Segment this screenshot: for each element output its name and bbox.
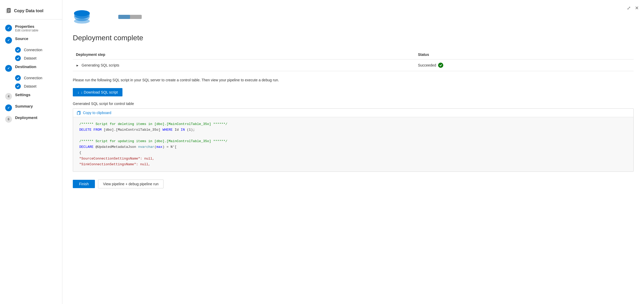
download-sql-button[interactable]: ↓ ↓ Download SQL script [73,88,122,96]
app-title: Copy Data tool [14,9,43,13]
connector-icon [117,12,143,22]
sidebar-item-properties[interactable]: ✓ Properties Edit control table [0,22,62,34]
page-title: Deployment complete [73,34,634,42]
status-cell: Succeeded [415,60,634,71]
sidebar-source-dataset[interactable]: Dataset [0,54,62,62]
status-text: Succeeded [418,63,436,67]
settings-step-circle: 4 [5,93,12,100]
svg-point-6 [74,19,90,24]
expand-row-icon[interactable]: ► [76,64,79,67]
code-line-4: /****** Script for updating items in [db… [79,138,627,144]
dest-dataset-circle [15,83,21,89]
code-line-2: DELETE FROM [dbo].[MainControlTable_35o]… [79,127,627,133]
col-deployment-step: Deployment step [73,50,415,60]
footer-buttons: Finish View pipeline + debug pipeline ru… [73,180,634,188]
top-icons-row [73,8,634,26]
code-line-7: "SourceConnectionSettingsName": null, [79,156,627,162]
succeeded-icon [438,63,443,68]
sidebar-destination-connection[interactable]: Connection [0,74,62,82]
svg-rect-10 [77,112,80,115]
col-status: Status [415,50,634,60]
sidebar-item-deployment[interactable]: 6 Deployment [0,113,62,125]
copy-data-icon [5,8,11,14]
settings-label: Settings [15,92,30,97]
svg-rect-8 [118,15,130,19]
deployment-table: Deployment step Status ► Generating SQL … [73,50,634,71]
finish-button[interactable]: Finish [73,180,95,188]
source-db-icon [73,8,91,26]
dest-connection-label: Connection [24,76,42,80]
main-content: ⤢ ✕ Deployment complete Deployment step … [62,0,644,304]
clipboard-icon [77,111,81,115]
sidebar-item-summary[interactable]: ✓ Summary [0,102,62,113]
download-btn-label: ↓ Download SQL script [81,90,118,94]
sidebar: Copy Data tool ✓ Properties Edit control… [0,0,62,304]
destination-label: Destination [15,64,36,69]
properties-step-circle: ✓ [5,25,12,31]
source-connection-label: Connection [24,48,42,52]
debug-pipeline-button[interactable]: View pipeline + debug pipeline run [98,180,163,188]
sidebar-item-source[interactable]: ✓ Source [0,34,62,46]
table-row: ► Generating SQL scripts Succeeded [73,60,634,71]
deployment-label: Deployment [15,115,37,120]
sidebar-destination-dataset[interactable]: Dataset [0,82,62,90]
dest-dataset-label: Dataset [24,84,36,88]
download-icon: ↓ [77,90,79,94]
deployment-step-cell: ► Generating SQL scripts [73,60,415,71]
destination-step-circle: ✓ [5,65,12,72]
sidebar-source-connection[interactable]: Connection [0,46,62,54]
app-title-bar: Copy Data tool [0,5,62,19]
copy-label: Copy to clipboard [83,111,111,115]
copy-to-clipboard-btn[interactable]: Copy to clipboard [73,109,633,117]
info-text: Please run the following SQL script in y… [73,77,634,83]
svg-rect-1 [7,8,11,13]
sql-code-content: /****** Script for deleting items in [db… [73,117,633,171]
code-line-5: DECLARE @UpdatedMetadataJson nvarchar(ma… [79,144,627,150]
status-succeeded: Succeeded [418,63,630,68]
source-connection-circle [15,47,21,53]
close-button[interactable]: ✕ [635,5,639,11]
code-line-1: /****** Script for deleting items in [db… [79,121,627,127]
summary-step-circle: ✓ [5,104,12,111]
source-step-circle: ✓ [5,37,12,44]
code-line-3 [79,133,627,138]
sql-code-box: Copy to clipboard /****** Script for del… [73,108,634,172]
window-controls: ⤢ ✕ [627,5,639,11]
dest-connection-circle [15,75,21,81]
sidebar-item-destination[interactable]: ✓ Destination [0,62,62,74]
sidebar-item-settings[interactable]: 4 Settings [0,90,62,102]
properties-sublabel: Edit control table [15,29,38,32]
source-dataset-circle [15,55,21,61]
deployment-step-circle: 6 [5,116,12,123]
summary-label: Summary [15,104,33,108]
properties-label: Properties [15,24,38,29]
source-dataset-label: Dataset [24,56,36,60]
code-line-8: "SinkConnectionSettingsName": null, [79,162,627,167]
sql-section-title: Generated SQL script for control table [73,102,634,106]
source-label: Source [15,36,28,41]
step-name: Generating SQL scripts [82,63,119,67]
code-line-6: { [79,150,627,156]
expand-button[interactable]: ⤢ [627,5,631,11]
